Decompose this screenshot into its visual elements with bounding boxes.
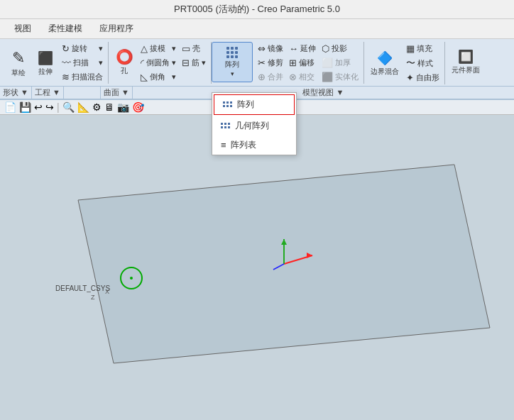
toolbar-icon-7[interactable]: ⚙ [92,101,102,113]
title-bar: PRT0005 (活动的) - Creo Parametric 5.0 [0,0,514,19]
geo-array-menu-item[interactable]: 几何阵列 [212,116,296,136]
toolbar-icon-3[interactable]: ↩ [34,101,43,113]
ribbon-tools-row: ✎ 草绘 ⬛ 拉伸 ↻ 旋转 ▾ 〰 扫描 ▾ ≋ [0,39,514,84]
shape-group: ✎ 草绘 ⬛ 拉伸 ↻ 旋转 ▾ 〰 扫描 ▾ ≋ [3,42,109,84]
freeform-button[interactable]: ✦ 自由形 [404,71,442,84]
chamfer-button[interactable]: ◺ 倒角 ▾ [138,70,178,84]
extrude-label: 拉伸 [38,67,53,76]
array-group-label[interactable] [64,87,101,99]
menu-bar: 视图 柔性建模 应用程序 [0,19,514,39]
mirror-label: 镜像 [268,43,283,54]
solidify-button: ⬛ 实体化 [319,70,361,84]
title-text: PRT0005 (活动的) - Creo Parametric 5.0 [174,4,340,14]
trans-col1: ⇔ 镜像 ✂ 修剪 ⊕ 合并 [256,42,285,84]
blendscan-button[interactable]: ≋ 扫描混合 [60,70,105,84]
mirror-button[interactable]: ⇔ 镜像 [256,42,285,55]
chamfer-icon: ◺ [141,72,148,82]
toolbar-separator: | [57,101,60,113]
array-menu-item[interactable]: 阵列 [214,94,295,115]
menu-view[interactable]: 视图 [6,21,40,37]
viewport-3d[interactable]: DEFAULT_CSYS Z X [0,115,514,420]
array-table-menu-item[interactable]: ≡ 阵列表 [212,136,296,155]
elemsurf-label: 元件界面 [452,66,480,74]
geo-array-label: 几何阵列 [235,120,269,132]
merge-button: ⊕ 合并 [256,70,285,84]
intersect-icon: ⊗ [289,72,297,82]
svg-point-3 [130,277,133,280]
array-dropdown-menu: 阵列 几何阵列 ≡ 阵列表 [212,92,297,155]
surface-group-label[interactable]: 曲面 ▼ [101,87,133,99]
surface-group: 🔷 边界混合 ▦ 填充 〜 样式 ✦ 自由形 [364,42,445,84]
thicken-button: ⬜ 加厚 [319,56,361,70]
shell-icon: ▭ [182,43,190,54]
fill-button[interactable]: ▦ 填充 [404,42,442,55]
offset-label: 偏移 [299,57,315,68]
array-table-label: 阵列表 [231,139,256,151]
trim-label: 修剪 [268,57,283,68]
extend-button[interactable]: ↔ 延伸 [287,42,318,55]
thicken-icon: ⬜ [322,57,333,68]
project-button[interactable]: ⬡ 投影 [319,42,361,55]
trim-button disabled-btn: ✂ 修剪 [256,56,285,70]
toolbar-icon-8[interactable]: 🖥 [104,101,114,113]
sketch-button[interactable]: ✎ 草绘 [6,42,31,84]
svg-text:X: X [105,288,109,295]
trans-col2: ↔ 延伸 ⊞ 偏移 ⊗ 相交 [287,42,318,84]
sweep-dropdown[interactable]: ▾ [99,58,103,67]
pullmod-button[interactable]: △ 拔模 ▾ [138,42,178,55]
eng-col2: △ 拔模 ▾ ◜ 倒圆角 ▾ ◺ 倒角 ▾ [138,42,178,84]
roundcorner-button[interactable]: ◜ 倒圆角 ▾ [138,56,178,70]
shape-group-label[interactable]: 形状 ▼ [0,87,32,99]
mirror-icon: ⇔ [258,43,266,54]
svg-text:Z: Z [91,294,95,301]
merge-label: 合并 [268,72,283,82]
modelview-group-label[interactable]: 模型视图 ▼ [133,87,514,99]
menu-flexible[interactable]: 柔性建模 [40,21,91,37]
roundcorner-label: 倒圆角 [146,57,170,68]
3d-canvas: DEFAULT_CSYS Z X [0,115,514,420]
trans-col3: ⬡ 投影 ⬜ 加厚 ⬛ 实体化 [319,42,361,84]
extrude-button[interactable]: ⬛ 拉伸 [33,42,58,84]
svg-text:DEFAULT_CSYS: DEFAULT_CSYS [55,284,110,292]
array-button[interactable]: 阵列 ▾ [215,43,249,82]
revolve-dropdown[interactable]: ▾ [99,44,103,53]
array-dropdown-arrow[interactable]: ▾ [231,70,234,77]
toolbar-icon-4[interactable]: ↪ [45,101,54,113]
sweep-button[interactable]: 〰 扫描 ▾ [60,56,105,70]
elemsurf-button[interactable]: 🔲 元件界面 [448,42,483,81]
rib-button[interactable]: ⊟ 筋 ▾ [180,56,208,70]
solidify-label: 实体化 [335,72,359,82]
array-menu-icon [223,101,233,108]
blendsurface-button[interactable]: 🔷 边界混合 [367,42,403,84]
hole-icon: ⭕ [116,48,133,65]
toolbar-icon-1[interactable]: 📄 [4,101,16,113]
toolbar-icon-2[interactable]: 💾 [19,101,31,113]
sketch-icon: ✎ [12,49,25,67]
sketch-label: 草绘 [11,69,26,77]
engineering-group-label[interactable]: 工程 ▼ [32,87,64,99]
array-table-icon: ≡ [221,140,226,150]
array-group: 阵列 ▾ [212,42,253,82]
eng-col1: ⭕ 孔 [111,42,137,84]
thicken-label: 加厚 [335,57,351,68]
shell-button[interactable]: ▭ 壳 [180,42,208,55]
toolbar-icon-6[interactable]: 📐 [77,101,89,113]
toolbar-icon-5[interactable]: 🔍 [62,101,75,113]
intersect-label: 相交 [299,72,315,82]
menu-apps[interactable]: 应用程序 [91,21,142,37]
revolve-button[interactable]: ↻ 旋转 ▾ [60,42,105,55]
array-menu-label: 阵列 [237,99,254,111]
style-label: 样式 [417,58,433,69]
ribbon: ✎ 草绘 ⬛ 拉伸 ↻ 旋转 ▾ 〰 扫描 ▾ ≋ [0,39,514,100]
extrude-icon: ⬛ [38,50,53,66]
hole-button[interactable]: ⭕ 孔 [111,42,137,81]
offset-icon: ⊞ [289,57,297,68]
toolbar-icon-9[interactable]: 📷 [117,101,129,113]
sweep-icon: 〰 [62,57,71,68]
chamfer-label: 倒角 [150,72,165,82]
project-label: 投影 [332,43,347,54]
style-button[interactable]: 〜 样式 [404,56,442,70]
toolbar-icon-10[interactable]: 🎯 [132,101,144,113]
elemsurf-icon: 🔲 [458,49,474,65]
intersect-button: ⊗ 相交 [287,70,318,84]
